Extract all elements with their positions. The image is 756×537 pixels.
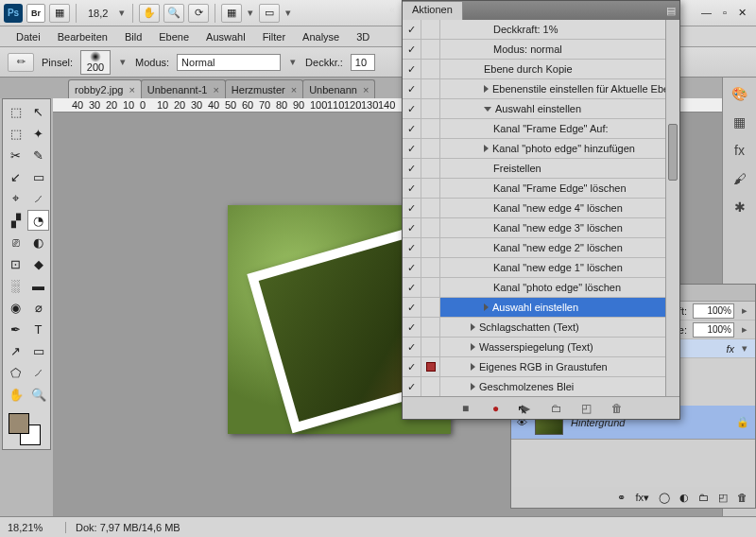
tool-button[interactable]: ▞ — [5, 210, 26, 231]
screen-mode-icon[interactable]: ▭ — [259, 4, 280, 23]
hand-icon[interactable]: ✋ — [139, 4, 160, 23]
action-row[interactable]: ✓Auswahl einstellen — [403, 99, 679, 119]
checkmark-icon[interactable]: ✓ — [407, 24, 416, 36]
document-tab[interactable]: Herzmuster× — [225, 79, 303, 98]
collapse-chevron-icon[interactable]: « — [389, 4, 395, 15]
document-tab[interactable]: Unbenann× — [302, 79, 375, 98]
action-row[interactable]: ✓Auswahl einstellen — [403, 298, 679, 318]
panel-menu-icon[interactable]: ▤ — [666, 5, 679, 17]
tool-button[interactable]: ↗ — [5, 340, 26, 361]
tool-button[interactable]: ◐ — [27, 232, 49, 252]
brushes-icon[interactable]: 🖌 — [727, 166, 753, 191]
checkmark-icon[interactable]: ✓ — [407, 381, 416, 393]
panel-header[interactable]: « Aktionen ▤ — [403, 1, 679, 20]
disclosure-triangle-icon[interactable] — [471, 383, 475, 390]
tool-button[interactable]: ⟋ — [27, 362, 49, 383]
checkmark-icon[interactable]: ✓ — [407, 143, 416, 155]
tool-button[interactable]: ✎ — [27, 145, 49, 165]
checkmark-icon[interactable]: ✓ — [407, 83, 416, 95]
checkmark-icon[interactable]: ✓ — [407, 302, 416, 314]
swatches-icon[interactable]: ▦ — [727, 110, 753, 134]
toolbar-btn[interactable]: ▦ — [49, 4, 70, 23]
checkmark-icon[interactable]: ✓ — [407, 341, 416, 354]
tool-button[interactable]: ⟋ — [27, 188, 49, 209]
tool-button[interactable]: ⌀ — [27, 297, 49, 318]
action-row[interactable]: ✓Ebenenstile einstellen für Aktuelle Ebe… — [403, 79, 679, 99]
action-row[interactable]: ✓Eigenes RGB in Graustufen — [403, 357, 679, 377]
action-row[interactable]: ✓Ebene durch Kopie — [403, 60, 679, 79]
tool-button[interactable]: ✂ — [5, 145, 26, 165]
action-row[interactable]: ✓Deckkraft: 1% — [403, 20, 679, 40]
close-icon[interactable]: ✕ — [738, 7, 747, 19]
checkmark-icon[interactable]: ✓ — [407, 242, 416, 254]
menu-item[interactable]: Bild — [116, 28, 150, 45]
action-row[interactable]: ✓Kanal "Frame Edge" löschen — [403, 179, 679, 199]
fx-badge[interactable]: fx — [726, 343, 734, 355]
panel-scrollbar[interactable] — [665, 20, 679, 396]
checkmark-icon[interactable]: ✓ — [407, 123, 416, 135]
rotate-icon[interactable]: ⟳ — [188, 4, 209, 23]
tool-button[interactable]: T — [27, 319, 49, 339]
disclosure-triangle-icon[interactable] — [484, 145, 489, 152]
minimize-icon[interactable]: — — [701, 7, 712, 19]
action-row[interactable]: ✓Kanal "new edge 2" löschen — [403, 238, 679, 258]
checkmark-icon[interactable]: ✓ — [407, 163, 416, 175]
chevron-down-icon[interactable]: ▾ — [117, 7, 127, 19]
fx-icon[interactable]: fx▾ — [635, 492, 649, 504]
action-row[interactable]: ✓Kanal "photo edge" hinzufügen — [403, 139, 679, 159]
disclosure-triangle-icon[interactable] — [471, 343, 475, 351]
action-row[interactable]: ✓Geschmolzenes Blei — [403, 377, 679, 396]
checkmark-icon[interactable]: ✓ — [407, 262, 416, 274]
color-icon[interactable]: 🎨 — [727, 81, 753, 106]
trash-icon[interactable]: 🗑 — [610, 402, 624, 415]
menu-item[interactable]: Bearbeiten — [49, 28, 116, 45]
action-row[interactable]: ✓Schlagschatten (Text) — [403, 318, 679, 338]
action-row[interactable]: ✓Freistellen — [403, 159, 679, 179]
tool-button[interactable]: ◆ — [27, 253, 49, 274]
disclosure-triangle-icon[interactable] — [471, 363, 475, 371]
tab-close-icon[interactable]: × — [291, 84, 297, 95]
checkmark-icon[interactable]: ✓ — [407, 282, 416, 294]
tool-button[interactable]: ⎚ — [5, 232, 26, 252]
tool-preset-icon[interactable]: ✏ — [8, 53, 34, 72]
action-row[interactable]: ✓Kanal "photo edge" löschen — [403, 278, 679, 298]
new-action-icon[interactable]: ◰ — [580, 402, 593, 415]
zoom-icon[interactable]: 🔍 — [163, 4, 184, 23]
action-row[interactable]: ✓Kanal "new edge 4" löschen — [403, 199, 679, 218]
menu-item[interactable]: Auswahl — [198, 28, 254, 45]
new-layer-icon[interactable]: ◰ — [718, 492, 728, 504]
checkmark-icon[interactable]: ✓ — [407, 321, 416, 334]
tool-button[interactable]: ◉ — [5, 297, 26, 318]
menu-item[interactable]: Filter — [254, 28, 294, 45]
menu-item[interactable]: Datei — [8, 28, 49, 45]
action-row[interactable]: ✓Wasserspiegelung (Text) — [403, 338, 679, 357]
tool-button[interactable]: ↙ — [5, 166, 26, 187]
document-info[interactable]: Dok: 7,97 MB/14,6 MB — [66, 522, 180, 533]
disclosure-triangle-icon[interactable] — [471, 323, 475, 331]
menu-item[interactable]: 3D — [348, 28, 378, 45]
new-set-icon[interactable]: 🗀 — [550, 402, 563, 415]
checkmark-icon[interactable]: ✓ — [407, 202, 416, 215]
stop-icon[interactable]: ■ — [459, 402, 472, 415]
trash-icon[interactable]: 🗑 — [737, 492, 747, 503]
tool-button[interactable]: ✋ — [5, 384, 26, 405]
adjust-icon[interactable]: ◐ — [679, 492, 689, 504]
link-icon[interactable]: ⚭ — [617, 492, 626, 504]
play-icon[interactable]: ▶ — [520, 402, 533, 415]
tool-button[interactable]: 🔍 — [27, 384, 49, 405]
checkmark-icon[interactable]: ✓ — [407, 182, 416, 195]
action-row[interactable]: ✓Modus: normal — [403, 40, 679, 60]
color-swatches[interactable] — [5, 409, 49, 447]
opacity-input[interactable] — [351, 54, 375, 71]
disclosure-triangle-icon[interactable] — [484, 85, 489, 93]
checkmark-icon[interactable]: ✓ — [407, 222, 416, 234]
checkmark-icon[interactable]: ✓ — [407, 43, 416, 56]
tool-button[interactable]: ▭ — [27, 340, 49, 361]
action-row[interactable]: ✓Kanal "new edge 3" löschen — [403, 218, 679, 238]
mask-icon[interactable]: ◯ — [659, 492, 670, 504]
brush-picker[interactable]: 200 — [80, 50, 111, 75]
folder-icon[interactable]: 🗀 — [698, 492, 709, 503]
blend-mode-select[interactable] — [177, 54, 281, 71]
tool-button[interactable]: ⬚ — [5, 123, 26, 144]
tool-button[interactable]: ✦ — [27, 123, 49, 144]
